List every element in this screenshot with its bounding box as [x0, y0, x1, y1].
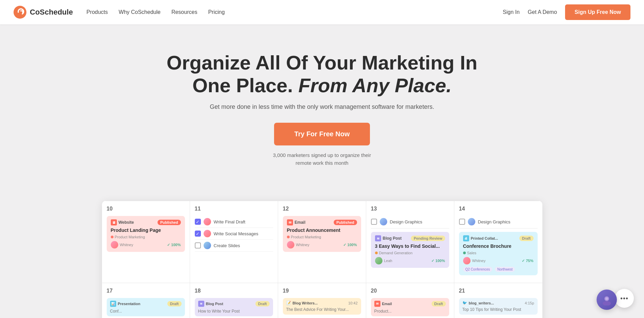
card-title-announcement: Product Announcement — [287, 227, 357, 233]
nav-item-why[interactable]: Why CoSchedule — [119, 9, 161, 15]
checkbox-1[interactable]: ✓ — [195, 219, 201, 225]
progress-75: ✓ 75% — [522, 259, 533, 263]
email-icon: ✉ — [287, 219, 293, 225]
cal-col-12: 12 ✉ Email Published Product Announcemen… — [278, 201, 366, 283]
logo[interactable]: CoSchedule — [14, 6, 73, 19]
checkbox-design-14[interactable] — [459, 219, 465, 225]
card-blog-social[interactable]: ≋ Blog Post Pending Review 3 Easy Ways t… — [371, 232, 449, 268]
dot-pink-2 — [287, 236, 290, 238]
card-title-social: 3 Easy Ways to Find Social... — [375, 243, 445, 249]
chat-dots: ••• — [620, 295, 628, 302]
badge-draft-14: Draft — [519, 236, 534, 241]
badge-draft-17: Draft — [167, 301, 182, 306]
task-design-graphics-13[interactable]: Design Graphics — [371, 216, 449, 228]
agent-avatar-icon — [601, 294, 612, 305]
task-write-social[interactable]: ✓ Write Social Messages — [195, 228, 273, 240]
dot-pink — [111, 236, 113, 238]
hero-subtext: Get more done in less time with the only… — [7, 103, 637, 111]
badge-draft-18: Draft — [255, 301, 270, 306]
avatar-whitney — [111, 241, 118, 249]
card-bw-21[interactable]: 🐦 blog_writers... 4:15p Top 10 Tips for … — [459, 298, 538, 315]
nav-item-resources[interactable]: Resources — [171, 9, 197, 15]
avatar-design-13 — [380, 218, 387, 225]
card-type-email-20: ✉ Email — [374, 301, 392, 307]
cal-col-17: 17 📊 Presentation Draft Conf... — [102, 283, 190, 318]
card-type-printed: 🖨 Printed Collat... — [463, 235, 498, 241]
nav-links: Products Why CoSchedule Resources Pricin… — [86, 9, 225, 15]
dot-green — [463, 252, 466, 254]
card-label-19: The Best Advice For Writing Your... — [286, 307, 358, 312]
progress-100-3: ✓ 100% — [431, 259, 445, 263]
card-tag-demand: Demand Generation — [375, 251, 445, 255]
card-title-landing: Product Landing Page — [111, 227, 181, 233]
card-blog-18[interactable]: ≋ Blog Post Draft How to Write Your Post — [195, 298, 273, 316]
day-11: 11 — [195, 206, 273, 212]
nav-right: Sign In Get A Demo Sign Up Free Now — [503, 4, 630, 20]
card-tag-sales: Sales — [463, 251, 534, 255]
card-email-announcement[interactable]: ✉ Email Published Product Announcement P… — [283, 216, 361, 252]
time-19: 10:42 — [348, 301, 358, 305]
svg-point-3 — [605, 297, 608, 300]
card-tag-marketing: Product Marketing — [111, 235, 181, 239]
card-type-blog-13: ≋ Blog Post — [375, 235, 402, 241]
progress-100: ✓ 100% — [167, 243, 181, 247]
day-12: 12 — [283, 206, 361, 212]
task-create-slides[interactable]: Create Slides — [195, 240, 273, 252]
design-graphics-label-13: Design Graphics — [390, 219, 422, 224]
avatar-1 — [204, 218, 211, 225]
blog-icon-18: ≋ — [198, 301, 204, 307]
cal-col-14: 14 Design Graphics 🖨 Printed Collat... D… — [454, 201, 542, 283]
card-tag-product: Product Marketing — [287, 235, 357, 239]
nav-item-products[interactable]: Products — [86, 9, 108, 15]
badge-pending-13: Pending Review — [411, 236, 445, 241]
checkbox-2[interactable]: ✓ — [195, 231, 201, 237]
cal-col-13: 13 Design Graphics ≋ Blog Post Pending R… — [366, 201, 454, 283]
card-footer-13: Leah ✓ 100% — [375, 257, 445, 264]
card-label-17: Conf... — [110, 309, 182, 314]
svg-point-2 — [603, 301, 611, 305]
card-type-blog-18: ≋ Blog Post — [198, 301, 223, 307]
card-footer: Whitney ✓ 100% — [111, 241, 181, 249]
signup-button[interactable]: Sign Up Free Now — [565, 4, 630, 20]
svg-point-0 — [14, 6, 26, 19]
avatar-3 — [204, 242, 211, 249]
chat-bubble[interactable]: ••• — [615, 289, 634, 308]
card-type-website: 🖥 Website — [111, 219, 134, 225]
task-write-final[interactable]: ✓ Write Final Draft — [195, 216, 273, 228]
demo-link[interactable]: Get A Demo — [528, 9, 557, 15]
navbar: CoSchedule Products Why CoSchedule Resou… — [0, 0, 644, 24]
day-20: 20 — [371, 288, 449, 294]
checkbox-3[interactable] — [195, 242, 201, 249]
card-website-landing[interactable]: 🖥 Website Published Product Landing Page… — [107, 216, 185, 252]
hero-headline: Organize All Of Your Marketing In One Pl… — [7, 52, 637, 97]
card-label-20: Product... — [374, 309, 446, 314]
card-blogwriters-19[interactable]: 📝 Blog Writers... 10:42 The Best Advice … — [283, 298, 361, 315]
signin-link[interactable]: Sign In — [503, 9, 520, 15]
hero-note: 3,000 marketers signed up to organize th… — [7, 152, 637, 167]
day-10: 10 — [107, 206, 185, 212]
card-email-20[interactable]: ✉ Email Draft Product... — [371, 298, 449, 316]
badge-published: Published — [158, 220, 181, 225]
pres-icon: 📊 — [110, 301, 116, 307]
time-21: 4:15p — [525, 301, 534, 305]
cal-col-10: 10 🖥 Website Published Product Landing P… — [102, 201, 190, 283]
hero-section: Organize All Of Your Marketing In One Pl… — [0, 24, 644, 187]
checkbox-design-13[interactable] — [371, 219, 377, 225]
website-icon: 🖥 — [111, 219, 117, 225]
printed-icon: 🖨 — [463, 235, 469, 241]
card-label-21: Top 10 Tips for Writing Your Post — [462, 307, 534, 312]
progress-100-2: ✓ 100% — [343, 243, 357, 247]
task-design-graphics-14[interactable]: Design Graphics — [459, 216, 538, 228]
nav-item-pricing[interactable]: Pricing — [208, 9, 225, 15]
calendar-preview: 10 🖥 Website Published Product Landing P… — [0, 187, 644, 318]
card-printed-collat[interactable]: 🖨 Printed Collat... Draft Conference Bro… — [459, 232, 538, 275]
try-free-button[interactable]: Try For Free Now — [274, 123, 370, 145]
avatar-whitney-3 — [463, 257, 471, 264]
chat-agent[interactable] — [597, 290, 617, 310]
avatar-leah — [375, 257, 382, 264]
day-13: 13 — [371, 206, 449, 212]
day-18: 18 — [195, 288, 273, 294]
cal-col-19: 19 📝 Blog Writers... 10:42 The Best Advi… — [278, 283, 366, 318]
card-presentation-17[interactable]: 📊 Presentation Draft Conf... — [107, 298, 185, 316]
card-label-18: How to Write Your Post — [198, 309, 270, 314]
